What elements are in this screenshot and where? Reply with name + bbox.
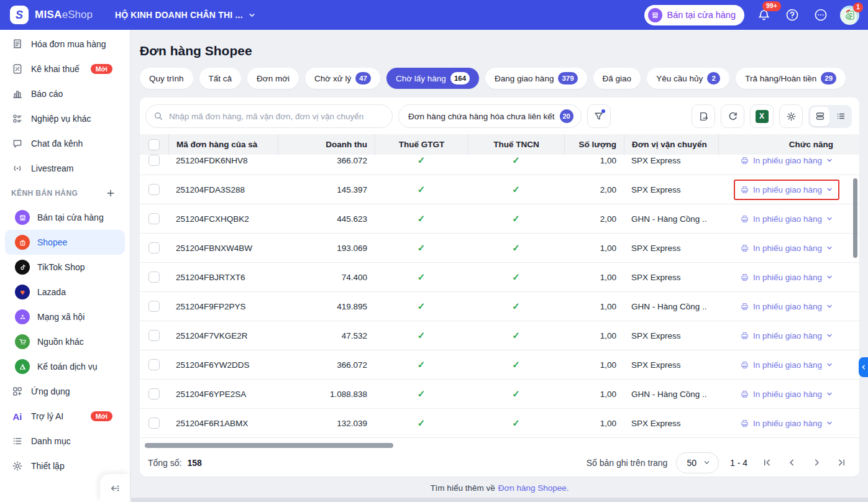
last-page-button[interactable]	[833, 455, 849, 471]
expand-panel-tab[interactable]	[859, 357, 868, 377]
sidebar-item[interactable]: Hóa đơn mua hàng	[0, 32, 126, 57]
prev-page-button[interactable]	[783, 455, 800, 471]
sell-at-store-button[interactable]: Bán tại cửa hàng	[644, 5, 744, 25]
rows-view-button[interactable]	[810, 107, 829, 126]
org-switcher[interactable]: HỘ KINH DOANH CHÂN THI ...	[115, 10, 256, 20]
print-shipping-label-button[interactable]: In phiếu giao hàng	[740, 448, 833, 449]
more-button[interactable]	[811, 6, 830, 24]
row-checkbox[interactable]	[148, 330, 160, 341]
row-checkbox[interactable]	[148, 359, 160, 370]
horizontal-scrollbar[interactable]	[145, 443, 393, 448]
printer-icon	[740, 448, 749, 449]
row-checkbox[interactable]	[148, 242, 160, 253]
table-row: 251204FDK6NHV8 366.072 ✓ ✓ 1,00 SPX Expr…	[140, 155, 859, 175]
page-scrollbar-track[interactable]	[131, 498, 868, 502]
order-id-cell: 251204FBJRTXT6	[168, 273, 278, 282]
row-checkbox[interactable]	[148, 272, 160, 283]
table-row: 251204F6YPE2SA 1.088.838 ✓ ✓ 1,00 GHN - …	[140, 380, 859, 409]
first-page-button[interactable]	[759, 455, 775, 471]
print-shipping-label-button[interactable]: In phiếu giao hàng	[740, 244, 833, 253]
column-carrier[interactable]: Đơn vị vận chuyển	[624, 134, 718, 155]
print-shipping-label-button[interactable]: In phiếu giao hàng	[740, 331, 833, 340]
first-page-icon	[762, 458, 772, 467]
export-button[interactable]	[692, 104, 715, 128]
notifications-button[interactable]: 99+	[754, 6, 773, 24]
unlinked-orders-button[interactable]: Đơn hàng chứa hàng hóa chưa liên kết 20	[398, 104, 582, 128]
sidebar-channel-item[interactable]: ♥ Lazada	[5, 280, 125, 304]
printer-icon	[740, 331, 749, 340]
filter-button[interactable]	[587, 104, 611, 128]
sidebar-channel-item[interactable]: Mạng xã hội	[5, 304, 125, 329]
status-tab[interactable]: Đang giao hàng 379	[485, 68, 587, 89]
sidebar-collapse-button[interactable]	[100, 474, 130, 502]
column-revenue[interactable]: Doanh thu	[278, 134, 375, 155]
column-actions[interactable]: Chức năng	[718, 134, 859, 155]
collapse-icon	[109, 483, 121, 494]
vertical-scrollbar[interactable]	[853, 178, 857, 258]
sidebar-item[interactable]: Báo cáo	[0, 81, 126, 106]
row-checkbox[interactable]	[148, 388, 160, 399]
column-quantity[interactable]: Số lượng	[564, 134, 624, 155]
sidebar-channel-item[interactable]: Kế toán dịch vụ	[5, 354, 125, 379]
print-shipping-label-button[interactable]: In phiếu giao hàng	[740, 273, 833, 282]
status-tab[interactable]: Trả hàng/Hoàn tiền 29	[736, 68, 846, 89]
print-shipping-label-button[interactable]: In phiếu giao hàng	[740, 390, 833, 399]
sidebar-channel-item[interactable]: Nguồn khác	[5, 329, 125, 354]
main-content: Đơn hàng Shopee Quy trình Tất cả Đơn mới…	[130, 30, 868, 502]
sidebar-item[interactable]: Nghiệp vụ khác	[0, 106, 126, 131]
refresh-button[interactable]	[721, 104, 744, 128]
sidebar-item[interactable]: Livestream	[0, 156, 126, 181]
table-settings-button[interactable]	[779, 104, 803, 128]
add-channel-button[interactable]	[106, 189, 115, 198]
table-row: 251204F6YW2DDS 366.072 ✓ ✓ 1,00 SPX Expr…	[140, 350, 859, 380]
select-all-checkbox[interactable]	[148, 139, 160, 150]
status-tab[interactable]: Chờ lấy hàng 164	[386, 68, 479, 89]
status-tab[interactable]: Quy trình	[140, 68, 193, 89]
help-strip: Tìm hiểu thêm về Đơn hàng Shopee.	[140, 477, 859, 499]
row-checkbox[interactable]	[148, 418, 160, 429]
sidebar-item[interactable]: Danh mục	[0, 429, 126, 454]
row-checkbox[interactable]	[148, 184, 160, 195]
excel-export-button[interactable]: X	[750, 104, 774, 128]
channel-label: Lazada	[37, 287, 66, 297]
sidebar-item[interactable]: Ứng dụng	[0, 379, 126, 404]
sidebar-item[interactable]: Ai Trợ lý AI Mới	[0, 404, 126, 429]
help-link[interactable]: Đơn hàng Shopee.	[498, 483, 569, 493]
row-checkbox[interactable]	[148, 155, 160, 166]
status-tab[interactable]: Chờ xử lý 47	[305, 68, 380, 89]
sidebar-item[interactable]: Kê khai thuế Mới	[0, 57, 126, 81]
status-tab[interactable]: Yêu cầu hủy 2	[647, 68, 729, 89]
print-shipping-label-button[interactable]: In phiếu giao hàng	[740, 156, 833, 165]
chevron-down-icon	[826, 419, 833, 427]
status-tab[interactable]: Đã giao	[593, 68, 641, 89]
status-tab[interactable]: Tất cả	[199, 68, 242, 89]
table-row: 251204FCXHQBK2 445.623 ✓ ✓ 2,00 GHN - Hà…	[140, 204, 859, 234]
per-page-select[interactable]: 50	[676, 452, 719, 473]
column-pit[interactable]: Thuế TNCN	[468, 134, 564, 155]
settings-icon	[11, 460, 24, 472]
avatar[interactable]: 1	[840, 6, 859, 25]
next-page-button[interactable]	[808, 455, 825, 471]
print-shipping-label-button[interactable]: In phiếu giao hàng	[740, 419, 833, 428]
printer-icon	[740, 390, 749, 399]
sidebar-channel-item[interactable]: Bán tại cửa hàng	[5, 205, 125, 230]
row-checkbox[interactable]	[148, 213, 160, 224]
print-shipping-label-button[interactable]: In phiếu giao hàng	[740, 360, 833, 370]
column-vat[interactable]: Thuế GTGT	[375, 134, 468, 155]
sidebar-channel-item[interactable]: TikTok Shop	[5, 255, 125, 280]
search-input[interactable]	[169, 112, 385, 121]
list-view-button[interactable]	[831, 107, 850, 126]
carrier-cell: SPX Express	[624, 360, 718, 370]
print-shipping-label-button[interactable]: In phiếu giao hàng	[734, 180, 839, 200]
print-shipping-label-button[interactable]: In phiếu giao hàng	[740, 302, 833, 311]
row-checkbox[interactable]	[148, 301, 160, 312]
sidebar-channel-item[interactable]: Shopee	[5, 230, 125, 255]
pit-check-icon: ✓	[512, 388, 520, 399]
help-button[interactable]	[783, 6, 802, 24]
column-order-id[interactable]: Mã đơn hàng của sà	[168, 134, 278, 155]
print-shipping-label-button[interactable]: In phiếu giao hàng	[740, 214, 833, 224]
order-search[interactable]	[145, 104, 393, 128]
sidebar-item[interactable]: Chat đa kênh	[0, 131, 126, 156]
sell-at-store-label: Bán tại cửa hàng	[667, 10, 736, 20]
status-tab[interactable]: Đơn mới	[247, 68, 299, 89]
